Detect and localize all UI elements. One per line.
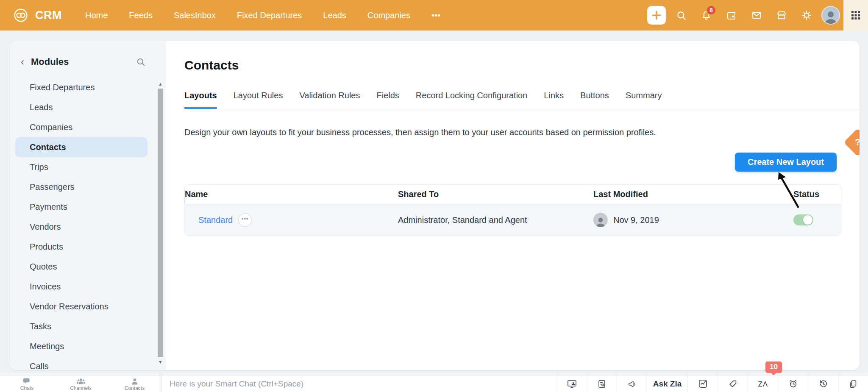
announcements-button[interactable]: [617, 375, 647, 392]
page-title: Contacts: [184, 58, 239, 72]
layout-name-link[interactable]: Standard: [198, 215, 233, 225]
brand[interactable]: CRM: [0, 6, 75, 24]
toggle-knob: [803, 215, 812, 225]
nav-item[interactable]: Home: [75, 0, 118, 31]
zia-icon: [757, 379, 768, 389]
sidebar-search-icon[interactable]: [136, 57, 146, 67]
gear-icon: [801, 9, 812, 21]
nav-item[interactable]: SalesInbox: [163, 0, 226, 31]
sidebar-module-item[interactable]: Companies: [10, 117, 147, 137]
zia-button[interactable]: [748, 375, 778, 392]
shared-to-cell: Administrator, Standard and Agent: [398, 215, 593, 225]
sidebar-module-item[interactable]: Trips: [10, 157, 147, 177]
history-icon: [818, 379, 828, 389]
notifications-button[interactable]: 8: [694, 0, 719, 31]
create-new-layout-button[interactable]: Create New Layout: [735, 153, 837, 172]
nav-item[interactable]: •••: [421, 0, 451, 31]
chats-button[interactable]: Chats: [0, 375, 54, 392]
last-modified-cell: Nov 9, 2019: [593, 213, 793, 227]
plus-icon: [647, 6, 666, 25]
layouts-description: Design your own layouts to fit your busi…: [184, 128, 656, 137]
tab[interactable]: Fields: [376, 91, 399, 109]
sidebar-module-item[interactable]: Tasks: [10, 317, 147, 336]
feedback-form-button[interactable]: [587, 375, 617, 392]
sidebar-module-item[interactable]: Contacts: [15, 137, 147, 157]
column-header: Name: [185, 189, 398, 199]
settings-button[interactable]: [794, 0, 819, 31]
sidebar-module-item[interactable]: Fixed Departures: [10, 78, 147, 97]
sidebar-module-item[interactable]: Leads: [10, 97, 147, 117]
apps-menu-button[interactable]: [843, 0, 868, 31]
user-avatar[interactable]: [821, 6, 840, 25]
tab[interactable]: Layout Rules: [234, 91, 283, 109]
tab[interactable]: Validation Rules: [299, 91, 360, 109]
screen-share-icon: [567, 379, 577, 389]
nav-item[interactable]: Leads: [312, 0, 357, 31]
tag-icon: [728, 379, 737, 389]
sidebar-module-item[interactable]: Vendors: [10, 217, 147, 237]
sidebar-module-item[interactable]: Meetings: [10, 336, 147, 356]
scroll-down-arrow[interactable]: ▼: [157, 358, 164, 366]
tab[interactable]: Buttons: [580, 91, 609, 109]
contacts-button[interactable]: Contacts: [108, 375, 161, 392]
history-button[interactable]: [808, 375, 838, 392]
column-header: Status: [793, 189, 841, 199]
contacts-label: Contacts: [125, 386, 145, 391]
nav-item[interactable]: Fixed Departures: [226, 0, 312, 31]
quick-create-button[interactable]: [644, 0, 669, 31]
marketplace-icon: [776, 9, 787, 21]
mail-button[interactable]: [744, 0, 769, 31]
marketplace-button[interactable]: [769, 0, 794, 31]
sidebar-module-item[interactable]: Calls: [10, 356, 147, 370]
clipboard-button[interactable]: [838, 375, 868, 392]
sidebar-module-item[interactable]: Products: [10, 237, 147, 257]
footer-tools: Ask Zia: [556, 375, 868, 392]
brand-name: CRM: [35, 9, 62, 22]
smart-chat-input[interactable]: Here is your Smart Chat (Ctrl+Space): [162, 375, 303, 392]
top-navigation-bar: CRM HomeFeedsSalesInboxFixed DeparturesL…: [0, 0, 868, 31]
alarm-clock-icon: [788, 379, 798, 389]
notification-badge: 8: [706, 5, 716, 15]
help-tab[interactable]: ?: [843, 128, 860, 157]
layouts-table: NameShared ToLast ModifiedStatus Standar…: [184, 184, 841, 236]
ask-zia-button[interactable]: Ask Zia: [647, 375, 687, 392]
zia-count-badge: 10: [765, 361, 782, 373]
channels-button[interactable]: Channels: [54, 375, 108, 392]
tab[interactable]: Links: [544, 91, 564, 109]
nav-item[interactable]: Feeds: [118, 0, 163, 31]
name-cell: Standard •••: [185, 213, 398, 227]
more-options-button[interactable]: •••: [238, 213, 252, 227]
sidebar-header: ‹ Modules: [10, 41, 166, 73]
topbar-actions: 8: [644, 0, 868, 31]
sidebar-title: Modules: [31, 56, 69, 67]
sidebar-module-item[interactable]: Quotes: [10, 257, 147, 277]
main-panel: Contacts LayoutsLayout RulesValidation R…: [166, 41, 860, 370]
table-row: Standard ••• Administrator, Standard and…: [185, 204, 841, 236]
chat-shortcuts: Chats Channels Contacts: [0, 375, 162, 392]
analytics-button[interactable]: [687, 375, 718, 392]
calendar-button[interactable]: [719, 0, 744, 31]
tab[interactable]: Record Locking Configuration: [416, 91, 528, 109]
sidebar-module-item[interactable]: Vendor Reservations: [10, 297, 147, 317]
tab[interactable]: Summary: [626, 91, 662, 109]
back-chevron-icon[interactable]: ‹: [21, 57, 24, 67]
tag-button[interactable]: [718, 375, 748, 392]
modules-list: Fixed DeparturesLeadsCompaniesContactsTr…: [10, 73, 166, 370]
scroll-up-arrow[interactable]: ▲: [157, 80, 164, 88]
status-toggle[interactable]: [793, 214, 813, 225]
modules-sidebar: ‹ Modules Fixed DeparturesLeadsCompanies…: [10, 41, 166, 370]
sidebar-module-item[interactable]: Payments: [10, 197, 147, 217]
analytics-icon: [698, 379, 708, 389]
zoho-crm-screen: CRM HomeFeedsSalesInboxFixed DeparturesL…: [0, 0, 868, 392]
clipboard-icon: [849, 379, 858, 389]
tab[interactable]: Layouts: [184, 91, 217, 109]
sidebar-module-item[interactable]: Invoices: [10, 277, 147, 297]
nav-item[interactable]: Companies: [357, 0, 421, 31]
search-button[interactable]: [669, 0, 694, 31]
sidebar-module-item[interactable]: Passengers: [10, 177, 147, 197]
sidebar-scrollbar[interactable]: ▲ ▼: [157, 80, 164, 366]
screen-share-button[interactable]: [556, 375, 587, 392]
scrollbar-thumb[interactable]: [158, 89, 163, 357]
reminders-button[interactable]: [778, 375, 808, 392]
bottom-bar: Chats Channels Contacts Here is your Sma…: [0, 375, 868, 392]
